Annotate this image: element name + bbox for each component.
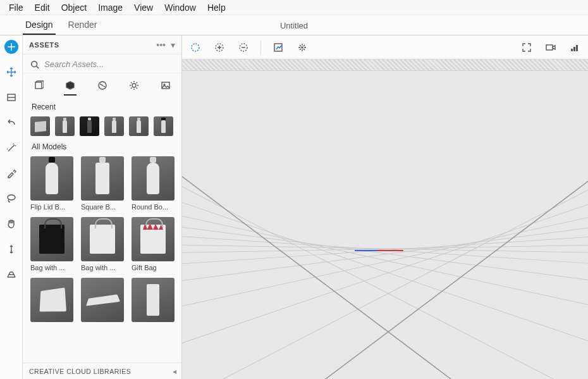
axis-x bbox=[378, 250, 403, 251]
model-bag-2[interactable]: Bag with ... bbox=[81, 217, 124, 271]
hand-tool[interactable] bbox=[4, 216, 19, 232]
perspective-tool[interactable] bbox=[4, 267, 19, 282]
svg-line-20 bbox=[182, 209, 588, 313]
wand-tool[interactable] bbox=[4, 140, 19, 156]
camera-icon[interactable] bbox=[544, 40, 558, 54]
recent-item-5[interactable] bbox=[129, 116, 149, 136]
fullscreen-icon[interactable] bbox=[520, 40, 534, 54]
model-gift-bag[interactable]: Gift Bag bbox=[132, 217, 175, 271]
ground-grid bbox=[182, 71, 588, 379]
svg-line-29 bbox=[182, 152, 588, 379]
svg-point-8 bbox=[192, 44, 199, 51]
move-tool[interactable] bbox=[4, 65, 19, 80]
svg-rect-6 bbox=[162, 82, 169, 89]
menu-edit[interactable]: Edit bbox=[30, 2, 55, 13]
menu-help[interactable]: Help bbox=[202, 2, 231, 13]
svg-rect-16 bbox=[576, 45, 578, 51]
tool-strip bbox=[0, 35, 23, 379]
recent-item-2[interactable] bbox=[55, 116, 75, 136]
filter-lights-icon[interactable] bbox=[127, 78, 141, 92]
search-icon bbox=[30, 60, 39, 69]
vertical-tool[interactable] bbox=[4, 242, 19, 257]
model-box[interactable] bbox=[30, 278, 73, 325]
svg-line-19 bbox=[182, 223, 588, 285]
svg-line-23 bbox=[182, 244, 588, 253]
filter-models-icon[interactable] bbox=[63, 78, 77, 92]
chevron-left-icon: ◂ bbox=[173, 367, 177, 376]
svg-point-1 bbox=[8, 195, 15, 200]
render-settings-icon[interactable] bbox=[568, 40, 582, 54]
assets-panel: ASSETS ••• ▾ Search Assets... Recent bbox=[23, 35, 182, 379]
svg-line-26 bbox=[182, 209, 588, 313]
model-bag-1[interactable]: Bag with ... bbox=[30, 217, 73, 271]
undo-tool[interactable] bbox=[4, 115, 19, 130]
menu-file[interactable]: File bbox=[4, 2, 28, 13]
select-tool[interactable] bbox=[188, 40, 202, 54]
eyedropper-tool[interactable] bbox=[4, 166, 19, 181]
section-recent: Recent bbox=[32, 103, 175, 111]
menu-view[interactable]: View bbox=[129, 2, 158, 13]
tab-render[interactable]: Render bbox=[61, 16, 105, 35]
filter-images-icon[interactable] bbox=[159, 78, 173, 92]
svg-point-2 bbox=[32, 61, 37, 66]
recent-item-3[interactable] bbox=[80, 116, 99, 136]
svg-point-12 bbox=[302, 47, 303, 48]
add-button[interactable] bbox=[4, 39, 19, 54]
recent-item-6[interactable] bbox=[154, 116, 173, 136]
panel-title: ASSETS bbox=[29, 41, 59, 49]
search-placeholder: Search Assets... bbox=[44, 59, 104, 69]
viewport-grip[interactable] bbox=[182, 59, 588, 71]
axis-z bbox=[355, 250, 379, 251]
svg-line-25 bbox=[182, 223, 588, 285]
svg-rect-13 bbox=[546, 45, 553, 50]
snap-tool[interactable] bbox=[295, 40, 309, 54]
cc-libraries-toggle[interactable]: CREATIVE CLOUD LIBRARIES ◂ bbox=[23, 363, 181, 379]
svg-point-5 bbox=[132, 84, 136, 87]
model-round-bottle[interactable]: Round Bo... bbox=[132, 156, 175, 211]
tab-design[interactable]: Design bbox=[18, 16, 61, 35]
panel-collapse-icon[interactable]: ▾ bbox=[171, 40, 175, 50]
menu-object[interactable]: Object bbox=[56, 2, 92, 13]
lasso-tool[interactable] bbox=[4, 191, 19, 206]
frame-tool[interactable] bbox=[271, 40, 285, 54]
model-square-bottle[interactable]: Square B... bbox=[81, 156, 124, 211]
mode-tabs: Design Render Untitled bbox=[0, 15, 588, 35]
model-flat-box[interactable] bbox=[81, 278, 124, 325]
filter-materials-icon[interactable] bbox=[95, 78, 109, 92]
svg-line-28 bbox=[182, 170, 588, 379]
plane-tool[interactable] bbox=[4, 90, 19, 105]
sub-select-tool[interactable] bbox=[236, 40, 250, 54]
viewport-area bbox=[182, 35, 588, 379]
panel-options-icon[interactable]: ••• bbox=[156, 40, 166, 50]
menu-bar: File Edit Object Image View Window Help bbox=[0, 0, 588, 15]
recent-item-1[interactable] bbox=[30, 116, 50, 136]
svg-rect-14 bbox=[571, 49, 573, 51]
add-select-tool[interactable] bbox=[212, 40, 226, 54]
svg-line-22 bbox=[182, 170, 588, 379]
search-input[interactable]: Search Assets... bbox=[23, 54, 181, 73]
menu-window[interactable]: Window bbox=[159, 2, 201, 13]
svg-line-30 bbox=[182, 152, 588, 379]
model-flip-lid-bottle[interactable]: Flip Lid B... bbox=[30, 156, 73, 211]
model-tall-box[interactable] bbox=[132, 278, 175, 325]
viewport-toolbar bbox=[182, 35, 588, 59]
3d-canvas[interactable] bbox=[182, 71, 588, 379]
svg-rect-3 bbox=[35, 82, 42, 89]
section-all-models: All Models bbox=[32, 142, 175, 151]
svg-rect-15 bbox=[573, 47, 575, 51]
recent-item-4[interactable] bbox=[104, 116, 124, 136]
filter-starter-icon[interactable] bbox=[32, 78, 46, 92]
menu-image[interactable]: Image bbox=[93, 2, 128, 13]
